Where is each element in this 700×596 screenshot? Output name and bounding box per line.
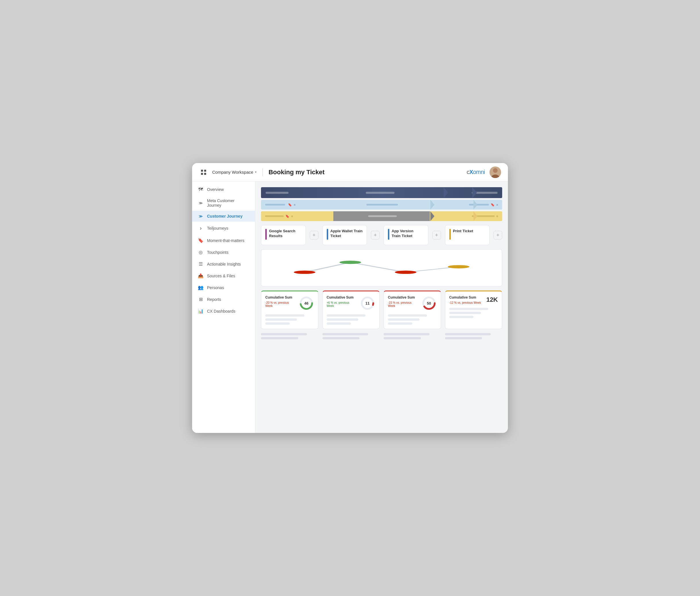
logo-x: X — [470, 169, 473, 175]
stage-card-apple: Apple Wallet Train Ticket — [322, 225, 367, 245]
sidebar-item-personas[interactable]: 👥 Personas — [192, 282, 255, 293]
svg-marker-11 — [430, 211, 434, 221]
skeleton-line — [388, 322, 412, 325]
skeleton-line — [445, 337, 482, 339]
stage-indicator-2 — [327, 229, 328, 240]
sidebar-item-meta-customer-journey[interactable]: ≫ Meta Customer Journey — [192, 195, 255, 211]
journey-bar-gold: 🔖 ≡ ≡ — [261, 211, 502, 221]
svg-rect-3 — [204, 173, 206, 175]
skeleton-line — [383, 337, 421, 339]
sidebar-label-overview: Overview — [207, 187, 224, 192]
sources-icon: 📤 — [198, 273, 204, 278]
header-divider — [262, 168, 263, 176]
metrics-row: Cumulative Sum -20 % vs. previous Week 4… — [261, 291, 502, 329]
bar-gold-skeleton-2 — [368, 215, 397, 217]
skeleton-line — [445, 333, 491, 335]
sidebar: 🗺 Overview ≫ Meta Customer Journey ≫ Cus… — [192, 181, 255, 433]
skeleton-line — [261, 337, 298, 339]
skeleton-line — [388, 314, 427, 317]
stage-label-apple: Apple Wallet Train Ticket — [330, 229, 363, 239]
skeleton-line — [322, 333, 368, 335]
svg-marker-9 — [430, 200, 434, 209]
sidebar-label-meta-journey: Meta Customer Journey — [207, 198, 249, 207]
journey-bars: 🔖 ≡ 🔖 ≡ — [261, 187, 502, 221]
metric-skeleton-1 — [265, 314, 314, 325]
stage-add-btn-4[interactable]: + — [494, 231, 502, 240]
skeleton-line — [322, 337, 360, 339]
metric-info-4: Cumulative Sum -12 % vs. previous Week — [449, 295, 483, 304]
chart-area — [261, 249, 502, 287]
stage-add-btn-1[interactable]: + — [310, 231, 319, 240]
journey-bar-primary — [261, 187, 502, 198]
sidebar-item-overview[interactable]: 🗺 Overview — [192, 184, 255, 195]
metric-change-3: -15 % vs. previous Week — [388, 301, 418, 307]
metric-skeleton-3 — [388, 314, 437, 325]
logo-omni: omni — [473, 169, 485, 175]
skeleton-line — [449, 308, 489, 310]
svg-point-15 — [395, 271, 416, 274]
sidebar-label-personas: Personas — [207, 285, 224, 290]
skeleton-line — [265, 322, 290, 325]
sidebar-label-touchpoints: Touchpoints — [207, 250, 229, 255]
metric-card-3: Cumulative Sum -15 % vs. previous Week 5… — [383, 291, 441, 329]
personas-icon: 👥 — [198, 285, 204, 290]
sidebar-item-cx-dashboards[interactable]: 📊 CX Dashboards — [192, 305, 255, 317]
sidebar-item-sources-files[interactable]: 📤 Sources & Files — [192, 270, 255, 282]
header: Company Workspace ▾ Booking my Ticket cX… — [192, 163, 508, 181]
journey-bar-light: 🔖 ≡ 🔖 ≡ — [261, 200, 502, 209]
journey-icon: ≫ — [198, 214, 204, 219]
metric-info-2: Cumulative Sum +6 % vs. previous Week — [327, 295, 357, 307]
bar-gold-skeleton-1 — [265, 215, 284, 217]
svg-text:11: 11 — [366, 301, 370, 305]
moment-icon: 🔖 — [198, 238, 204, 243]
stage-add-btn-2[interactable]: + — [371, 231, 380, 240]
svg-rect-2 — [201, 173, 203, 175]
sidebar-label-insights: Actionable Insights — [207, 262, 241, 267]
stage-add-btn-3[interactable]: + — [432, 231, 441, 240]
donut-1: 46 — [299, 295, 314, 311]
stage-indicator-4 — [449, 229, 451, 240]
chart-svg — [261, 249, 502, 286]
svg-marker-7 — [444, 187, 448, 198]
metric-top-3: Cumulative Sum -15 % vs. previous Week 5… — [388, 295, 437, 311]
skeleton-line — [449, 316, 474, 318]
svg-text:46: 46 — [304, 301, 308, 305]
workspace-selector[interactable]: Company Workspace ▾ — [212, 170, 257, 175]
sidebar-item-teiljourneys[interactable]: › Teiljourneys — [192, 222, 255, 234]
sidebar-item-customer-journey[interactable]: ≫ Customer Journey — [192, 211, 255, 222]
bar-light-skeleton-2 — [366, 204, 398, 205]
metric-value-4: 12K — [486, 296, 498, 303]
user-avatar[interactable] — [490, 167, 501, 178]
stage-label-print: Print Ticket — [453, 229, 485, 234]
metric-change-2: +6 % vs. previous Week — [327, 301, 357, 307]
metric-change-4: -12 % vs. previous Week — [449, 301, 483, 304]
bottom-skeleton-row — [261, 333, 502, 339]
metric-card-2: Cumulative Sum +6 % vs. previous Week 11 — [322, 291, 380, 329]
stage-label-app: App VersionTrain Ticket — [392, 229, 424, 239]
page-title: Booking my Ticket — [269, 169, 467, 176]
metric-label-1: Cumulative Sum — [265, 295, 296, 300]
donut-2: 11 — [360, 295, 375, 311]
metric-skeleton-2 — [327, 314, 376, 325]
metric-card-1: Cumulative Sum -20 % vs. previous Week 4… — [261, 291, 319, 329]
sidebar-item-touchpoints[interactable]: ◎ Touchpoints — [192, 246, 255, 258]
sidebar-item-actionable-insights[interactable]: ☰ Actionable Insights — [192, 258, 255, 270]
sidebar-item-reports[interactable]: ⊞ Reports — [192, 293, 255, 305]
skeleton-line — [383, 333, 429, 335]
reports-icon: ⊞ — [198, 297, 204, 302]
sidebar-label-reports: Reports — [207, 297, 221, 302]
skeleton-line — [327, 322, 351, 325]
workspace-label: Company Workspace — [212, 170, 253, 175]
grid-icon[interactable] — [199, 168, 208, 177]
app-logo: cXomni — [467, 169, 485, 175]
sidebar-item-moment[interactable]: 🔖 Moment-that-matters — [192, 234, 255, 246]
metric-top-4: Cumulative Sum -12 % vs. previous Week 1… — [449, 295, 498, 304]
sidebar-label-sources: Sources & Files — [207, 274, 235, 278]
stage-card-app: App VersionTrain Ticket — [383, 225, 428, 245]
skeleton-line — [327, 314, 366, 317]
skeleton-line — [449, 312, 481, 314]
svg-marker-8 — [472, 187, 477, 198]
metric-top-1: Cumulative Sum -20 % vs. previous Week 4… — [265, 295, 314, 311]
stages-row: Google Search Results + Apple Wallet Tra… — [261, 225, 502, 245]
meta-journey-icon: ≫ — [198, 201, 204, 205]
